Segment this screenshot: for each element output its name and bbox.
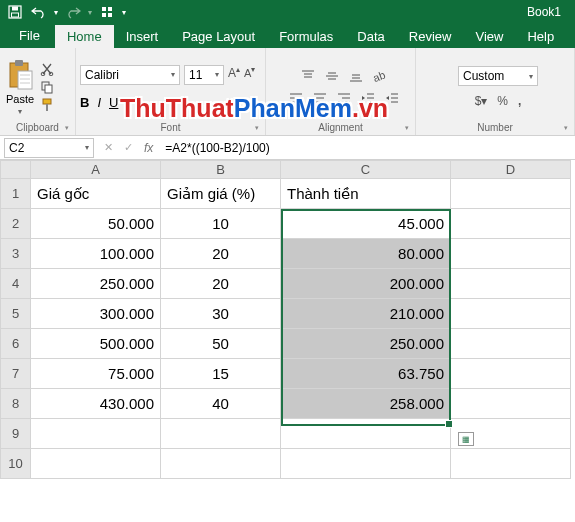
cell[interactable]: 250.000 xyxy=(281,329,451,359)
align-middle-icon[interactable] xyxy=(325,69,339,83)
column-header[interactable]: B xyxy=(161,161,281,179)
autofill-options-icon[interactable]: ▦ xyxy=(458,432,474,446)
row-header[interactable]: 5 xyxy=(1,299,31,329)
cell[interactable] xyxy=(451,209,571,239)
paste-button[interactable]: Paste ▾ xyxy=(4,59,36,116)
cell[interactable]: 300.000 xyxy=(31,299,161,329)
undo-icon[interactable] xyxy=(30,5,48,19)
cell[interactable] xyxy=(281,419,451,449)
cell[interactable] xyxy=(161,449,281,479)
cell[interactable] xyxy=(281,449,451,479)
increase-indent-icon[interactable] xyxy=(385,91,399,105)
align-bottom-icon[interactable] xyxy=(349,69,363,83)
row-header[interactable]: 7 xyxy=(1,359,31,389)
tab-data[interactable]: Data xyxy=(345,25,396,48)
qat-customize-icon[interactable] xyxy=(98,5,116,19)
cell[interactable]: 50.000 xyxy=(31,209,161,239)
cell[interactable] xyxy=(31,449,161,479)
undo-more-icon[interactable]: ▾ xyxy=(54,8,58,17)
row-header[interactable]: 8 xyxy=(1,389,31,419)
worksheet[interactable]: A B C D 1 Giá gốc Giảm giá (%) Thành tiề… xyxy=(0,160,575,479)
cell[interactable]: 258.000 xyxy=(281,389,451,419)
tab-page-layout[interactable]: Page Layout xyxy=(170,25,267,48)
copy-icon[interactable] xyxy=(40,80,54,94)
cell[interactable] xyxy=(161,419,281,449)
cell[interactable]: 45.000 xyxy=(281,209,451,239)
row-header[interactable]: 10 xyxy=(1,449,31,479)
name-box[interactable]: C2▾ xyxy=(4,138,94,158)
column-header[interactable]: C xyxy=(281,161,451,179)
redo-more-icon[interactable]: ▾ xyxy=(88,8,92,17)
decrease-font-icon[interactable]: A▾ xyxy=(244,65,255,85)
row-header[interactable]: 6 xyxy=(1,329,31,359)
orientation-icon[interactable]: ab xyxy=(373,69,387,83)
select-all-corner[interactable] xyxy=(1,161,31,179)
tab-formulas[interactable]: Formulas xyxy=(267,25,345,48)
comma-icon[interactable]: , xyxy=(518,94,521,108)
bold-button[interactable]: B xyxy=(80,95,89,110)
cell[interactable]: 250.000 xyxy=(31,269,161,299)
redo-icon[interactable] xyxy=(64,5,82,19)
decrease-indent-icon[interactable] xyxy=(361,91,375,105)
cell[interactable]: 200.000 xyxy=(281,269,451,299)
align-center-icon[interactable] xyxy=(313,91,327,105)
format-painter-icon[interactable] xyxy=(40,98,54,112)
tab-home[interactable]: Home xyxy=(55,25,114,48)
save-icon[interactable] xyxy=(6,5,24,19)
percent-icon[interactable]: % xyxy=(497,94,508,108)
fx-icon[interactable]: fx xyxy=(138,141,159,155)
align-top-icon[interactable] xyxy=(301,69,315,83)
tab-insert[interactable]: Insert xyxy=(114,25,171,48)
cell[interactable] xyxy=(451,329,571,359)
cell[interactable]: 20 xyxy=(161,269,281,299)
cell[interactable]: 100.000 xyxy=(31,239,161,269)
row-header[interactable]: 3 xyxy=(1,239,31,269)
cell[interactable]: Thành tiền xyxy=(281,179,451,209)
cell[interactable]: 80.000 xyxy=(281,239,451,269)
cell[interactable] xyxy=(31,419,161,449)
cell[interactable]: 15 xyxy=(161,359,281,389)
cell[interactable]: 75.000 xyxy=(31,359,161,389)
cell[interactable]: 20 xyxy=(161,239,281,269)
underline-button[interactable]: U xyxy=(109,95,118,110)
increase-font-icon[interactable]: A▴ xyxy=(228,65,240,85)
cell[interactable]: 30 xyxy=(161,299,281,329)
font-size-select[interactable]: 11▾ xyxy=(184,65,224,85)
paste-dropdown-icon[interactable]: ▾ xyxy=(18,107,22,116)
row-header[interactable]: 2 xyxy=(1,209,31,239)
formula-input[interactable] xyxy=(159,138,575,158)
row-header[interactable]: 1 xyxy=(1,179,31,209)
cell[interactable]: Giảm giá (%) xyxy=(161,179,281,209)
align-left-icon[interactable] xyxy=(289,91,303,105)
font-name-select[interactable]: Calibri▾ xyxy=(80,65,180,85)
cell[interactable] xyxy=(451,239,571,269)
italic-button[interactable]: I xyxy=(97,95,101,110)
column-header[interactable]: A xyxy=(31,161,161,179)
cell[interactable] xyxy=(451,179,571,209)
row-header[interactable]: 4 xyxy=(1,269,31,299)
currency-icon[interactable]: $▾ xyxy=(475,94,488,108)
row-header[interactable]: 9 xyxy=(1,419,31,449)
cell[interactable]: 50 xyxy=(161,329,281,359)
enter-formula-icon[interactable]: ✓ xyxy=(118,141,138,154)
cell[interactable]: 500.000 xyxy=(31,329,161,359)
cell[interactable] xyxy=(451,269,571,299)
cell[interactable]: 40 xyxy=(161,389,281,419)
qat-more-icon[interactable]: ▾ xyxy=(122,8,126,17)
tab-review[interactable]: Review xyxy=(397,25,464,48)
cell[interactable] xyxy=(451,299,571,329)
file-tab[interactable]: File xyxy=(4,23,55,48)
cut-icon[interactable] xyxy=(40,62,54,76)
cell[interactable] xyxy=(451,389,571,419)
column-header[interactable]: D xyxy=(451,161,571,179)
align-right-icon[interactable] xyxy=(337,91,351,105)
cell[interactable] xyxy=(451,449,571,479)
tab-help[interactable]: Help xyxy=(515,25,566,48)
cell[interactable]: 210.000 xyxy=(281,299,451,329)
cell[interactable]: 10 xyxy=(161,209,281,239)
number-format-select[interactable]: Custom▾ xyxy=(458,66,538,86)
cancel-formula-icon[interactable]: ✕ xyxy=(98,141,118,154)
cell[interactable]: Giá gốc xyxy=(31,179,161,209)
cell[interactable]: 430.000 xyxy=(31,389,161,419)
cell[interactable]: 63.750 xyxy=(281,359,451,389)
